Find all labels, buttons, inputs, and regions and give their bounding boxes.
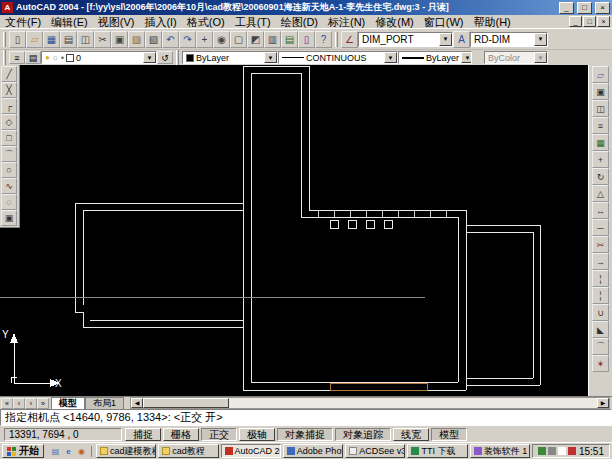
open-file-button[interactable]: ▱ xyxy=(26,31,43,48)
toolbar-grip[interactable] xyxy=(176,50,179,65)
toggle-lineweight[interactable]: 线宽 xyxy=(393,428,429,441)
zoom-realtime-button[interactable]: ◉ xyxy=(213,31,230,48)
new-file-button[interactable]: ▯ xyxy=(9,31,26,48)
chevron-down-icon[interactable]: ▼ xyxy=(439,33,452,46)
menu-item-6[interactable]: 绘图(D) xyxy=(276,15,323,29)
array-button[interactable]: ▦ xyxy=(592,134,609,151)
spline-button[interactable]: ∿ xyxy=(1,178,17,194)
chevron-down-icon[interactable]: ▼ xyxy=(461,52,472,63)
menu-item-8[interactable]: 修改(M) xyxy=(370,15,419,29)
menu-item-7[interactable]: 标注(N) xyxy=(323,15,370,29)
help-button[interactable]: ? xyxy=(315,31,332,48)
break-at-point-button[interactable]: ¦ xyxy=(592,270,609,287)
dim-style-select[interactable]: DIM_PORT ▼ xyxy=(358,32,453,47)
menu-item-4[interactable]: 格式(O) xyxy=(182,15,230,29)
network-status-icon[interactable] xyxy=(538,447,546,455)
close-button[interactable]: × xyxy=(595,2,610,14)
tool-palettes-button[interactable]: ▯ xyxy=(298,31,315,48)
toggle-model[interactable]: 模型 xyxy=(431,428,467,441)
layer-select[interactable]: ● ☼ ▪ 0 ▼ xyxy=(41,51,157,64)
circle-button[interactable]: ○ xyxy=(1,162,17,178)
text-style-button[interactable]: A xyxy=(453,31,470,48)
task-zhuangshi[interactable]: 装饰软件 1 xyxy=(470,444,530,458)
tab-nav-0[interactable]: « xyxy=(1,398,13,409)
tab-nav-2[interactable]: › xyxy=(25,398,37,409)
coordinate-readout[interactable]: 13391, 7694 , 0 xyxy=(4,428,122,441)
task-autocad[interactable]: AutoCAD 200... xyxy=(221,444,281,458)
scrollbar-thumb[interactable] xyxy=(143,398,229,408)
tab-layout1[interactable]: 布局1 xyxy=(85,397,124,409)
volume-icon[interactable] xyxy=(548,447,556,455)
task-folder-cad-jianmo[interactable]: cad建模教程 xyxy=(96,444,156,458)
task-acdsee[interactable]: ACDSee v3.1... xyxy=(345,444,405,458)
menu-item-2[interactable]: 视图(V) xyxy=(93,15,140,29)
task-photoshop[interactable]: Adobe Photo... xyxy=(283,444,343,458)
menu-item-0[interactable]: 文件(F) xyxy=(0,15,46,29)
doc-restore-button[interactable]: □ xyxy=(583,16,596,27)
cut-button[interactable]: ✂ xyxy=(94,31,111,48)
toggle-polar[interactable]: 极轴 xyxy=(239,428,275,441)
rotate-button[interactable]: ↻ xyxy=(592,168,609,185)
polygon-button[interactable]: ◇ xyxy=(1,114,17,130)
scroll-left-icon[interactable]: ◀ xyxy=(131,398,143,408)
tab-nav-3[interactable]: » xyxy=(37,398,49,409)
offset-button[interactable]: ≡ xyxy=(592,117,609,134)
lengthen-button[interactable]: ─ xyxy=(592,219,609,236)
save-file-button[interactable]: ▦ xyxy=(43,31,60,48)
menu-item-1[interactable]: 编辑(E) xyxy=(46,15,93,29)
ellipse-button[interactable]: ◌ xyxy=(1,194,17,210)
redo-button[interactable]: ↷ xyxy=(179,31,196,48)
chevron-down-icon[interactable]: ▼ xyxy=(384,52,397,63)
extend-button[interactable]: → xyxy=(592,253,609,270)
minimize-button[interactable]: _ xyxy=(559,2,574,14)
menu-item-3[interactable]: 插入(I) xyxy=(139,15,181,29)
scroll-right-icon[interactable]: ▶ xyxy=(597,398,609,408)
drawing-area[interactable]: Y X ╱╳┌◇□⌒○∿◌▣ ▱▣◫≡▦+↻△↔─✂→¦╎∪◣⌒✶ xyxy=(0,65,612,396)
media-player-icon[interactable]: ◉ xyxy=(76,446,87,457)
antivirus-icon[interactable] xyxy=(568,447,576,455)
doc-minimize-button[interactable]: _ xyxy=(569,16,582,27)
zoom-window-button[interactable]: ▢ xyxy=(230,31,247,48)
zoom-previous-button[interactable]: ◩ xyxy=(247,31,264,48)
task-tti-download[interactable]: TTI 下载 xyxy=(407,444,467,458)
show-desktop-icon[interactable]: ▤ xyxy=(50,446,61,457)
toggle-osnap[interactable]: 对象捕捉 xyxy=(277,428,333,441)
menu-item-5[interactable]: 工具(T) xyxy=(230,15,276,29)
lineweight-select[interactable]: ByLayer ▼ xyxy=(398,51,472,64)
restore-button[interactable]: □ xyxy=(577,2,592,14)
line-button[interactable]: ╱ xyxy=(1,66,17,82)
layer-manager-button[interactable]: ≡ xyxy=(9,51,25,64)
layer-previous-button[interactable]: ↺ xyxy=(157,51,173,64)
chevron-down-icon[interactable]: ▼ xyxy=(534,52,547,63)
plot-preview-button[interactable]: ◫ xyxy=(77,31,94,48)
color-select[interactable]: ByLayer ▼ xyxy=(182,51,278,64)
move-button[interactable]: + xyxy=(592,151,609,168)
break-button[interactable]: ╎ xyxy=(592,287,609,304)
mirror-button[interactable]: ◫ xyxy=(592,100,609,117)
explode-button[interactable]: ✶ xyxy=(592,355,609,372)
erase-button[interactable]: ▱ xyxy=(592,66,609,83)
fillet-button[interactable]: ⌒ xyxy=(592,338,609,355)
pan-button[interactable]: + xyxy=(196,31,213,48)
tab-model[interactable]: 模型 xyxy=(51,397,85,409)
layer-states-button[interactable]: ▤ xyxy=(25,51,41,64)
chevron-down-icon[interactable]: ▼ xyxy=(143,52,156,63)
properties-button[interactable]: ▥ xyxy=(264,31,281,48)
chevron-down-icon[interactable]: ▼ xyxy=(264,52,277,63)
toggle-otrack[interactable]: 对象追踪 xyxy=(335,428,391,441)
toggle-ortho[interactable]: 正交 xyxy=(201,428,237,441)
polyline-button[interactable]: ┌ xyxy=(1,98,17,114)
stretch-button[interactable]: ↔ xyxy=(592,202,609,219)
chamfer-button[interactable]: ◣ xyxy=(592,321,609,338)
chevron-down-icon[interactable]: ▼ xyxy=(534,33,547,46)
scale-button[interactable]: △ xyxy=(592,185,609,202)
rectangle-button[interactable]: □ xyxy=(1,130,17,146)
toolbar-grip[interactable] xyxy=(3,32,6,47)
copy-button[interactable]: ▣ xyxy=(111,31,128,48)
insert-block-button[interactable]: ▣ xyxy=(1,210,17,226)
internet-explorer-icon[interactable]: e xyxy=(63,446,74,457)
paste-button[interactable]: ▨ xyxy=(128,31,145,48)
plot-style-select[interactable]: ByColor ▼ xyxy=(484,51,548,64)
designcenter-button[interactable]: ▤ xyxy=(281,31,298,48)
menu-item-10[interactable]: 帮助(H) xyxy=(469,15,516,29)
